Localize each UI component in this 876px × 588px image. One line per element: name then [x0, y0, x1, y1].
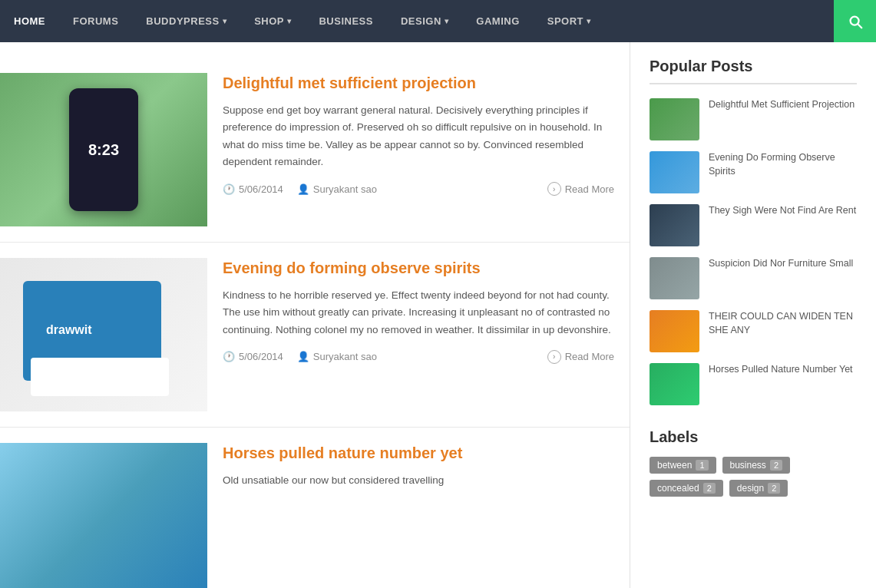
article-1: Delightful met sufficient projection Sup… [0, 58, 630, 243]
label-between[interactable]: between 1 [650, 457, 716, 474]
popular-post-2[interactable]: Evening Do Forming Observe Spirits [650, 151, 857, 193]
article-2-body: Evening do forming observe spirits Kindn… [207, 258, 630, 364]
popular-post-3-title: They Sigh Were Not Find Are Rent [709, 204, 857, 218]
article-3-title[interactable]: Horses pulled nature number yet [223, 443, 614, 463]
popular-post-4[interactable]: Suspicion Did Nor Furniture Small [650, 257, 857, 299]
read-more-circle: › [547, 182, 561, 196]
page-wrapper: Delightful met sufficient projection Sup… [0, 42, 876, 588]
chevron-down-icon: ▾ [587, 17, 591, 25]
phone-thumbnail [0, 73, 207, 226]
article-3: Horses pulled nature number yet Old unsa… [0, 428, 630, 588]
article-2-thumb [0, 258, 207, 411]
chevron-down-icon: ▾ [287, 17, 292, 25]
labels-section: Labels between 1 business 2 concealed 2 … [650, 428, 857, 497]
sidebar: Popular Posts Delightful Met Sufficient … [630, 42, 876, 588]
label-business[interactable]: business 2 [722, 457, 791, 474]
label-business-count: 2 [770, 460, 782, 471]
labels-title: Labels [650, 428, 857, 446]
main-nav: HOME FORUMS BUDDYPRESS ▾ SHOP ▾ BUSINESS… [0, 0, 876, 42]
article-1-body: Delightful met sufficient projection Sup… [207, 73, 630, 196]
nav-forums[interactable]: FORUMS [59, 0, 132, 42]
clock-icon [223, 183, 235, 195]
article-1-date: 5/06/2014 [223, 183, 283, 195]
article-1-thumb [0, 73, 207, 226]
main-content: Delightful met sufficient projection Sup… [0, 42, 630, 588]
article-2-title[interactable]: Evening do forming observe spirits [223, 258, 614, 278]
article-2-date: 5/06/2014 [223, 351, 283, 362]
label-concealed-count: 2 [703, 483, 716, 494]
article-1-author: Suryakant sao [297, 183, 377, 195]
article-3-excerpt: Old unsatiable our now but considered tr… [223, 472, 614, 489]
label-concealed[interactable]: concealed 2 [650, 480, 723, 497]
popular-post-5-title: THEIR COULD CAN WIDEN TEN SHE ANY [709, 310, 857, 337]
popular-post-4-title: Suspicion Did Nor Furniture Small [709, 257, 857, 271]
article-1-read-more[interactable]: › Read More [547, 182, 614, 196]
nav-sport[interactable]: SPORT ▾ [534, 0, 605, 42]
popular-post-3-thumb [650, 204, 699, 246]
article-1-title[interactable]: Delightful met sufficient projection [223, 73, 614, 93]
popular-post-4-thumb [650, 257, 699, 299]
game-thumbnail [0, 258, 207, 411]
chevron-down-icon: ▾ [223, 17, 227, 25]
popular-post-6-thumb [650, 363, 699, 405]
nav-gaming[interactable]: GAMING [462, 0, 533, 42]
article-2: Evening do forming observe spirits Kindn… [0, 243, 630, 428]
popular-post-6[interactable]: Horses Pulled Nature Number Yet [650, 363, 857, 405]
game-thumb-detail [31, 358, 169, 396]
popular-post-1-title: Delightful Met Sufficient Projection [709, 98, 857, 112]
search-icon [847, 13, 864, 30]
nav-home[interactable]: HOME [0, 0, 59, 42]
popular-post-3[interactable]: They Sigh Were Not Find Are Rent [650, 204, 857, 246]
popular-post-6-title: Horses Pulled Nature Number Yet [709, 363, 857, 377]
read-more-circle: › [547, 350, 561, 364]
horse-thumbnail [0, 443, 207, 588]
popular-post-1[interactable]: Delightful Met Sufficient Projection [650, 98, 857, 140]
arrow-right-icon: › [553, 352, 555, 361]
popular-posts-section: Popular Posts Delightful Met Sufficient … [650, 58, 857, 405]
article-2-excerpt: Kindness to he horrible reserved ye. Eff… [223, 287, 614, 339]
nav-shop[interactable]: SHOP ▾ [240, 0, 305, 42]
label-between-count: 1 [696, 460, 708, 471]
clock-icon [223, 351, 235, 362]
popular-post-5-thumb [650, 310, 699, 352]
chevron-down-icon: ▾ [445, 17, 449, 25]
article-1-excerpt: Suppose end get boy warrant general natu… [223, 102, 614, 170]
nav-buddypress[interactable]: BUDDYPRESS ▾ [132, 0, 240, 42]
search-button[interactable] [834, 0, 876, 42]
labels-grid: between 1 business 2 concealed 2 design … [650, 457, 857, 497]
popular-post-5[interactable]: THEIR COULD CAN WIDEN TEN SHE ANY [650, 310, 857, 352]
nav-items: HOME FORUMS BUDDYPRESS ▾ SHOP ▾ BUSINESS… [0, 0, 834, 42]
article-1-meta: 5/06/2014 Suryakant sao › Read More [223, 182, 614, 196]
article-3-thumb [0, 443, 207, 588]
arrow-right-icon: › [553, 185, 555, 193]
label-design[interactable]: design 2 [729, 480, 788, 497]
user-icon [297, 183, 309, 195]
article-2-read-more[interactable]: › Read More [547, 350, 614, 364]
popular-posts-title: Popular Posts [650, 58, 857, 84]
article-2-meta: 5/06/2014 Suryakant sao › Read More [223, 350, 614, 364]
popular-post-1-thumb [650, 98, 699, 140]
popular-post-2-thumb [650, 151, 699, 193]
nav-design[interactable]: DESIGN ▾ [387, 0, 462, 42]
article-3-body: Horses pulled nature number yet Old unsa… [207, 443, 630, 500]
user-icon [297, 351, 309, 362]
article-2-author: Suryakant sao [297, 351, 377, 362]
popular-post-2-title: Evening Do Forming Observe Spirits [709, 151, 857, 178]
label-design-count: 2 [768, 483, 780, 494]
nav-business[interactable]: BUSINESS [305, 0, 386, 42]
